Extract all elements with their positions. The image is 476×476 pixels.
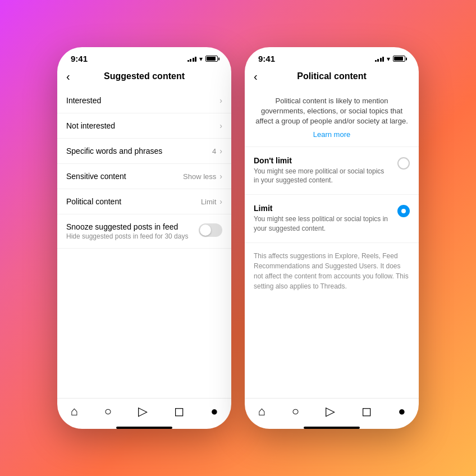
snooze-toggle-container: Snooze suggested posts in feed Hide sugg… bbox=[57, 214, 231, 249]
status-icons-left: ▾ bbox=[187, 55, 218, 63]
chevron-icon-not-interested: › bbox=[219, 121, 222, 130]
status-icons-right: ▾ bbox=[375, 55, 406, 63]
menu-item-label-sensitive: Sensitive content bbox=[66, 172, 126, 181]
status-bar-right: 9:41 ▾ bbox=[245, 47, 419, 67]
wifi-icon: ▾ bbox=[199, 55, 203, 63]
status-time-left: 9:41 bbox=[71, 54, 88, 63]
battery-icon-right bbox=[393, 56, 405, 62]
badge-specific-words: 4 bbox=[212, 147, 216, 155]
nav-profile-right[interactable]: ● bbox=[398, 404, 405, 419]
learn-more-link[interactable]: Learn more bbox=[254, 130, 410, 139]
chevron-icon-specific-words: › bbox=[219, 147, 222, 155]
nav-profile-left[interactable]: ● bbox=[210, 404, 218, 419]
phone-right: 9:41 ▾ ‹ Political content Political con… bbox=[245, 47, 419, 429]
toggle-knob bbox=[200, 225, 211, 236]
radio-circle-limit[interactable] bbox=[397, 205, 410, 217]
badge-political: Limit bbox=[201, 198, 216, 206]
menu-item-specific-words[interactable]: Specific words and phrases 4 › bbox=[57, 139, 231, 164]
home-bar-right bbox=[304, 427, 360, 429]
home-bar-left bbox=[116, 427, 172, 429]
menu-item-label-political: Political content bbox=[66, 197, 121, 206]
phone-left: 9:41 ▾ ‹ Suggested content Interested › bbox=[57, 47, 231, 429]
nav-reels-right[interactable]: ▷ bbox=[326, 404, 335, 419]
radio-sub-limit: You might see less political or social t… bbox=[254, 214, 391, 234]
battery-icon bbox=[205, 56, 218, 62]
page-header-left: ‹ Suggested content bbox=[57, 67, 231, 88]
snooze-title: Snooze suggested posts in feed bbox=[66, 222, 193, 231]
nav-home-right[interactable]: ⌂ bbox=[258, 404, 266, 419]
nav-search-left[interactable]: ○ bbox=[104, 404, 112, 419]
chevron-icon-sensitive: › bbox=[219, 172, 222, 181]
menu-item-label-interested: Interested bbox=[66, 96, 101, 105]
menu-item-right-not-interested: › bbox=[219, 121, 222, 130]
radio-item-dont-limit[interactable]: Don't limit You might see more political… bbox=[245, 147, 419, 195]
radio-title-limit: Limit bbox=[254, 204, 391, 213]
signal-icon bbox=[187, 56, 197, 62]
radio-circle-dont-limit[interactable] bbox=[397, 157, 410, 170]
affects-text: This affects suggestions in Explore, Ree… bbox=[245, 243, 419, 299]
radio-sub-dont-limit: You might see more political or social t… bbox=[254, 167, 391, 186]
menu-item-not-interested[interactable]: Not interested › bbox=[57, 113, 231, 139]
menu-item-right-political: Limit › bbox=[201, 197, 222, 206]
bottom-nav-left: ⌂ ○ ▷ ◻ ● bbox=[57, 398, 231, 423]
info-block: Political content is likely to mention g… bbox=[245, 88, 419, 147]
menu-item-political[interactable]: Political content Limit › bbox=[57, 189, 231, 214]
menu-item-label-not-interested: Not interested bbox=[66, 121, 115, 130]
info-text: Political content is likely to mention g… bbox=[254, 96, 410, 127]
radio-item-limit[interactable]: Limit You might see less political or so… bbox=[245, 195, 419, 243]
menu-item-label-specific-words: Specific words and phrases bbox=[66, 147, 162, 155]
nav-reels-left[interactable]: ▷ bbox=[138, 404, 148, 419]
page-content-right: Political content is likely to mention g… bbox=[245, 88, 419, 398]
snooze-text: Snooze suggested posts in feed Hide sugg… bbox=[66, 222, 193, 240]
page-header-right: ‹ Political content bbox=[245, 67, 419, 88]
page-title-left: Suggested content bbox=[104, 71, 185, 81]
back-button-right[interactable]: ‹ bbox=[254, 70, 258, 83]
radio-text-dont-limit: Don't limit You might see more political… bbox=[254, 156, 391, 186]
chevron-icon-interested: › bbox=[219, 96, 222, 105]
menu-item-sensitive[interactable]: Sensitive content Show less › bbox=[57, 164, 231, 189]
page-content-left: Interested › Not interested › Specific w… bbox=[57, 88, 231, 398]
wifi-icon-right: ▾ bbox=[387, 55, 390, 63]
snooze-toggle[interactable] bbox=[199, 223, 222, 237]
menu-item-right-specific-words: 4 › bbox=[212, 147, 222, 155]
menu-item-right-sensitive: Show less › bbox=[183, 172, 222, 181]
bottom-nav-right: ⌂ ○ ▷ ◻ ● bbox=[245, 398, 419, 423]
menu-item-right-interested: › bbox=[219, 96, 222, 105]
radio-text-limit: Limit You might see less political or so… bbox=[254, 204, 391, 234]
nav-home-left[interactable]: ⌂ bbox=[71, 404, 78, 419]
back-button-left[interactable]: ‹ bbox=[66, 70, 70, 83]
radio-title-dont-limit: Don't limit bbox=[254, 156, 391, 165]
badge-sensitive: Show less bbox=[183, 172, 216, 181]
menu-item-interested[interactable]: Interested › bbox=[57, 88, 231, 113]
chevron-icon-political: › bbox=[219, 197, 222, 206]
status-time-right: 9:41 bbox=[258, 54, 275, 63]
nav-shop-left[interactable]: ◻ bbox=[174, 404, 184, 419]
nav-shop-right[interactable]: ◻ bbox=[361, 404, 372, 419]
page-title-right: Political content bbox=[297, 71, 367, 81]
status-bar-left: 9:41 ▾ bbox=[57, 47, 231, 67]
signal-icon-right bbox=[375, 56, 385, 62]
snooze-subtitle: Hide suggested posts in feed for 30 days bbox=[66, 232, 193, 240]
nav-search-right[interactable]: ○ bbox=[292, 404, 299, 419]
